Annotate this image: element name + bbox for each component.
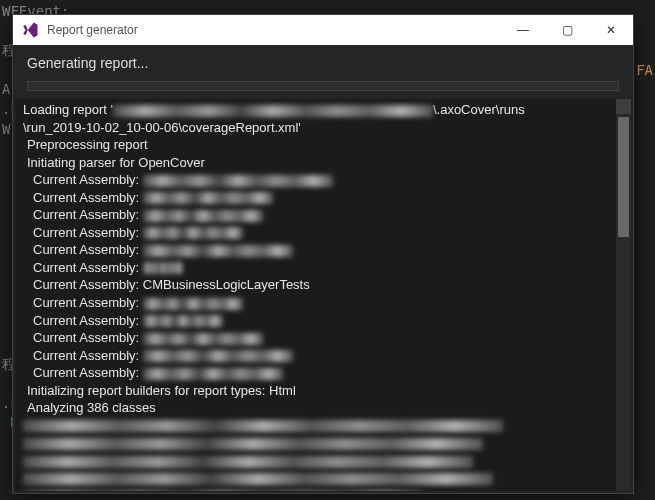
log-output: Loading report '\.axoCover\runs\run_2019… — [15, 99, 631, 491]
status-header: Generating report... — [13, 45, 633, 75]
redacted-text — [143, 192, 273, 204]
redacted-text — [143, 315, 223, 327]
log-line: \run_2019-10-02_10-00-06\coverageReport.… — [23, 119, 623, 137]
log-line: Current Assembly: — [23, 206, 623, 224]
log-line: Initializing report builders for report … — [23, 382, 623, 400]
log-line: Current Assembly: — [23, 189, 623, 207]
log-line: Initiating parser for OpenCover — [23, 154, 623, 172]
progress-bar — [27, 81, 619, 91]
close-button[interactable]: ✕ — [589, 15, 633, 45]
log-line: Loading report '\.axoCover\runs — [23, 101, 623, 119]
redacted-text — [143, 175, 333, 187]
vs-logo-icon — [21, 21, 39, 39]
log-line: Current Assembly: — [23, 294, 623, 312]
log-line: Current Assembly: — [23, 171, 623, 189]
scrollbar[interactable] — [616, 99, 631, 491]
redacted-text — [23, 456, 473, 468]
log-line: Current Assembly: — [23, 259, 623, 277]
redacted-text — [143, 262, 183, 274]
redacted-text — [143, 245, 293, 257]
log-line: Current Assembly: — [23, 364, 623, 382]
log-line: Current Assembly: — [23, 312, 623, 330]
log-line: Current Assembly: — [23, 224, 623, 242]
window-title: Report generator — [47, 23, 501, 37]
log-line: Current Assembly: CMBusinessLogicLayerTe… — [23, 276, 623, 294]
titlebar[interactable]: Report generator — ▢ ✕ — [13, 15, 633, 45]
redacted-text — [143, 210, 263, 222]
redacted-text — [23, 473, 493, 485]
log-line — [23, 452, 623, 470]
report-generator-dialog: Report generator — ▢ ✕ Generating report… — [12, 14, 634, 494]
status-text: Generating report... — [27, 55, 148, 71]
redacted-text — [113, 105, 433, 117]
maximize-button[interactable]: ▢ — [545, 15, 589, 45]
log-line: Preprocessing report — [23, 136, 623, 154]
log-line — [23, 487, 623, 491]
log-line — [23, 417, 623, 435]
redacted-text — [143, 333, 263, 345]
redacted-text — [23, 420, 503, 432]
log-line: Current Assembly: — [23, 329, 623, 347]
log-line: Current Assembly: — [23, 241, 623, 259]
log-line — [23, 469, 623, 487]
log-line — [23, 434, 623, 452]
redacted-text — [143, 298, 243, 310]
redacted-text — [143, 368, 283, 380]
redacted-text — [143, 227, 243, 239]
redacted-text — [143, 350, 293, 362]
log-line: Current Assembly: — [23, 347, 623, 365]
minimize-button[interactable]: — — [501, 15, 545, 45]
redacted-text — [23, 438, 483, 450]
log-line: Analyzing 386 classes — [23, 399, 623, 417]
